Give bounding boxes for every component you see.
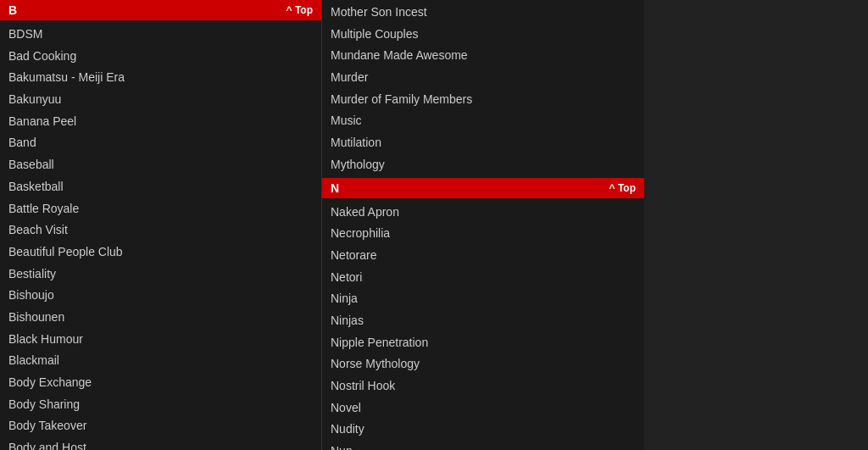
list-item[interactable]: Black Humour [0,329,321,351]
list-item[interactable]: Netori [322,267,644,289]
list-item[interactable]: Ninjas [322,310,644,332]
list-item[interactable]: Bestiality [0,264,321,286]
list-item[interactable]: Bakunyuu [0,89,321,111]
left-panel: B ^ Top BDSMBad CookingBakumatsu - Meiji… [0,0,322,450]
list-item[interactable]: Nostril Hook [322,375,644,397]
list-item[interactable]: Mother Son Incest [322,2,644,24]
list-item[interactable]: Blackmail [0,350,321,372]
list-item[interactable]: Naked Apron [322,202,644,224]
list-item[interactable]: Murder [322,67,644,89]
list-item[interactable]: Mutilation [322,132,644,154]
far-right-panel [644,0,868,450]
list-item[interactable]: Bad Cooking [0,46,321,68]
top-items-list: Mother Son IncestMultiple CouplesMundane… [322,0,644,178]
section-b-top-link[interactable]: ^ Top [287,4,313,16]
section-b-header: B ^ Top [0,0,321,20]
list-item[interactable]: Necrophilia [322,223,644,245]
list-item[interactable]: Netorare [322,245,644,267]
list-item[interactable]: Ninja [322,288,644,310]
list-item[interactable]: Basketball [0,176,321,198]
list-item[interactable]: Beautiful People Club [0,242,321,264]
section-b-letter: B [8,3,17,17]
list-item[interactable]: Battle Royale [0,198,321,220]
list-item[interactable]: Bakumatsu - Meiji Era [0,67,321,89]
list-item[interactable]: Body Sharing [0,394,321,416]
list-item[interactable]: Baseball [0,154,321,176]
list-item[interactable]: Nipple Penetration [322,332,644,354]
section-n-header: N ^ Top [322,178,644,198]
list-item[interactable]: Multiple Couples [322,24,644,46]
list-item[interactable]: Nun [322,441,644,450]
list-item[interactable]: Bishoujo [0,285,321,307]
list-item[interactable]: Body Takeover [0,415,321,437]
list-item[interactable]: Murder of Family Members [322,89,644,111]
section-n-top-link[interactable]: ^ Top [609,182,636,194]
list-item[interactable]: Norse Mythology [322,353,644,375]
section-b-list: BDSMBad CookingBakumatsu - Meiji EraBaku… [0,22,321,450]
right-panel: Mother Son IncestMultiple CouplesMundane… [322,0,644,450]
list-item[interactable]: Band [0,132,321,154]
list-item[interactable]: Bishounen [0,307,321,329]
list-item[interactable]: Beach Visit [0,219,321,242]
list-item[interactable]: Body Exchange [0,372,321,394]
section-n-list: Naked ApronNecrophiliaNetorareNetoriNinj… [322,200,644,451]
list-item[interactable]: BDSM [0,24,321,46]
list-item[interactable]: Novel [322,397,644,419]
list-item[interactable]: Banana Peel [0,111,321,133]
list-item[interactable]: Nudity [322,419,644,441]
list-item[interactable]: Mythology [322,154,644,176]
list-item[interactable]: Music [322,110,644,132]
list-item[interactable]: Body and Host [0,437,321,450]
list-item[interactable]: Mundane Made Awesome [322,45,644,67]
section-n-letter: N [331,181,339,195]
